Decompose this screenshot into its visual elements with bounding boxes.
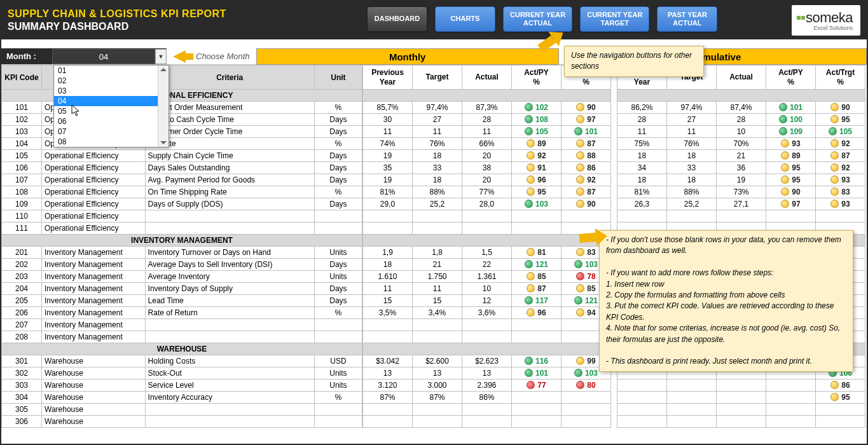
col-criteria: Criteria	[145, 65, 314, 90]
month-option[interactable]: 06	[54, 116, 169, 127]
month-dropdown[interactable]: 0102030405060708	[53, 65, 169, 147]
table-row: 108Operational EfficiencyOn Time Shippin…	[2, 186, 362, 198]
dropdown-arrow-icon[interactable]: ▼	[155, 49, 167, 64]
table-row: 107Operational EfficiencyAvg. Payment Pe…	[2, 174, 362, 186]
col-unit: Unit	[314, 65, 362, 90]
table-row: 74%76%66%898775%76%70%9392	[363, 138, 865, 150]
past-year-actual-button[interactable]: PAST YEAR ACTUAL	[657, 6, 717, 32]
table-row: 203Inventory ManagementAverage Inventory…	[2, 271, 362, 283]
month-option[interactable]: 04	[54, 96, 169, 106]
monthly-header: Monthly	[256, 48, 559, 65]
section-header: INVENTORY MANAGEMENT	[2, 235, 362, 247]
table-row	[363, 404, 865, 416]
col-c-atg: Act/Trgt %	[816, 65, 865, 90]
col-m-apy: Act/PY %	[512, 65, 561, 90]
table-row: 201Inventory ManagementInventory Turnove…	[2, 247, 362, 259]
col-m-py: Previous Year	[363, 65, 413, 90]
month-value[interactable]: 04	[52, 49, 155, 64]
table-row: 19182092881818218987	[363, 150, 865, 162]
table-row: 106Operational EfficiencyDays Sales Outs…	[2, 162, 362, 174]
table-row: 110Operational Efficiency	[2, 210, 362, 222]
col-c-apy: Act/PY %	[766, 65, 816, 90]
nav-bar: DASHBOARD CHARTS CURRENT YEAR ACTUAL CUR…	[367, 6, 717, 32]
table-row: 3027281089728272810095	[363, 114, 865, 126]
month-option[interactable]: 01	[54, 65, 169, 76]
table-row: 19182096921818199593	[363, 174, 865, 186]
month-selector: Month : 04 ▼	[1, 48, 167, 64]
col-m-tgt: Target	[413, 65, 462, 90]
col-kpi-code: KPI Code	[2, 65, 42, 90]
choose-month-hint: Choose Month	[173, 48, 250, 64]
callout-arrow-icon	[579, 233, 596, 243]
table-row: 111111105101111110109105	[363, 126, 865, 138]
logo: someka Excel Solutions	[792, 5, 860, 36]
table-row	[363, 210, 865, 222]
table-row: 29,025,228,01039026,325,227,19793	[363, 198, 865, 210]
table-row: 3.1203.0002.396778086	[363, 380, 865, 392]
table-row	[363, 416, 865, 428]
table-row: 306Warehouse	[2, 416, 362, 428]
month-option[interactable]: 03	[54, 86, 169, 96]
report-title: SUPPLY CHAIN & LOGISTICS KPI REPORT	[8, 8, 226, 20]
month-option[interactable]: 02	[54, 76, 169, 86]
dashboard-button[interactable]: DASHBOARD	[367, 6, 427, 32]
table-row: 205Inventory ManagementLead TimeDays	[2, 295, 362, 307]
callout-instructions: - If you don't use those blank rows in y…	[599, 230, 853, 372]
month-option[interactable]: 08	[54, 137, 169, 147]
table-row: 85,7%97,4%87,3%1029086,2%97,4%87,4%10190	[363, 102, 865, 114]
dropdown-scrollbar[interactable]	[158, 65, 169, 147]
table-row: 87%87%86%95	[363, 392, 865, 404]
table-row: 105Operational EfficiencySupply Chain Cy…	[2, 150, 362, 162]
table-row: 204Inventory ManagementInventory Days of…	[2, 283, 362, 295]
section-header: WAREHOUSE	[2, 343, 362, 355]
table-row: 207Inventory Management	[2, 319, 362, 331]
charts-button[interactable]: CHARTS	[435, 6, 495, 32]
current-year-target-button[interactable]: CURRENT YEAR TARGET	[580, 6, 649, 32]
table-row: 302WarehouseStock-OutUnits	[2, 367, 362, 380]
month-option[interactable]: 05	[54, 106, 169, 116]
app-header: SUPPLY CHAIN & LOGISTICS KPI REPORT SUMM…	[1, 1, 867, 39]
table-row: 202Inventory ManagementAverage Days to S…	[2, 259, 362, 271]
table-row: 109Operational EfficiencyDays of Supply …	[2, 198, 362, 210]
table-row: 35333891863433369592	[363, 162, 865, 174]
table-row: 304WarehouseInventory Accuracy%	[2, 392, 362, 404]
table-row: 303WarehouseService LevelUnits	[2, 380, 362, 392]
page-title: SUMMARY DASHBOARD	[8, 21, 226, 32]
table-row: 206Inventory ManagementRate of Return%	[2, 307, 362, 319]
table-row: 111Operational Efficiency	[2, 222, 362, 235]
table-row: 208Inventory Management	[2, 331, 362, 343]
col-m-act: Actual	[462, 65, 512, 90]
month-option[interactable]: 07	[54, 127, 169, 137]
current-year-actual-button[interactable]: CURRENT YEAR ACTUAL	[503, 6, 572, 32]
table-row: 81%88%77%958781%88%73%9083	[363, 186, 865, 198]
month-label: Month :	[1, 51, 52, 61]
table-row: 301WarehouseHolding CostsUSD	[2, 355, 362, 367]
table-row: 305Warehouse	[2, 404, 362, 416]
callout-navigation: Use the navigation buttons for other sec…	[564, 46, 704, 77]
col-c-act: Actual	[717, 65, 766, 90]
